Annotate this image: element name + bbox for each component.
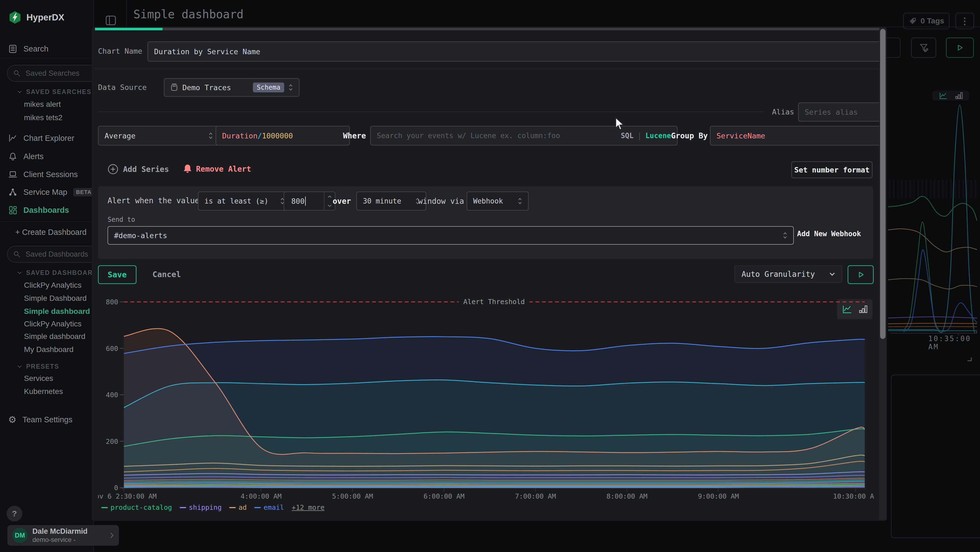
- bg-chart-type-toggle[interactable]: [932, 91, 969, 101]
- bar-chart-icon[interactable]: [955, 91, 963, 100]
- laptop-icon: [8, 170, 18, 179]
- beta-badge: BETA: [73, 188, 94, 196]
- logo[interactable]: HyperDX: [9, 11, 64, 24]
- presets-header[interactable]: PRESETS: [17, 362, 59, 371]
- bg-mini-chart: [887, 100, 980, 333]
- saved-dashboards-header[interactable]: SAVED DASHBOARDS: [17, 268, 103, 278]
- saved-dashboards-input[interactable]: Saved Dashboards: [7, 246, 99, 263]
- modal-top-bar-accent: [95, 28, 162, 30]
- mouse-cursor: [615, 117, 627, 131]
- chevron-down-icon: [17, 271, 22, 274]
- dashboard-item[interactable]: ClickPy Analytics: [24, 279, 82, 291]
- saved-search-item[interactable]: mikes tets2: [24, 112, 63, 123]
- sidebar-item-search[interactable]: Search: [8, 43, 48, 55]
- app-root: Simple dashboard 0 Tags ⋮ 10:35:00 AM: [0, 0, 980, 552]
- chevron-down-icon: [17, 90, 22, 93]
- plus-circle-icon: [107, 163, 119, 175]
- dashboards-icon: [8, 206, 18, 215]
- bg-chart-axis: [890, 333, 977, 333]
- header-divider: [126, 0, 127, 27]
- divider: [0, 221, 94, 222]
- bg-time-label: 10:35:00 AM: [928, 335, 980, 351]
- dashboard-item[interactable]: My Dashboard: [24, 344, 73, 355]
- gear-icon: ⚙: [8, 415, 16, 424]
- logo-text: HyperDX: [26, 12, 64, 22]
- service-map-icon: [8, 187, 18, 197]
- preset-item[interactable]: Kubernetes: [24, 386, 63, 397]
- sidebar-item-client-sessions[interactable]: Client Sessions: [8, 168, 78, 180]
- add-series-button[interactable]: Add Series: [107, 163, 169, 175]
- sidebar: HyperDX Search Saved Searches SAVED SEAR…: [0, 0, 94, 552]
- sidebar-item-dashboards[interactable]: Dashboards: [8, 204, 69, 216]
- avatar: DM: [12, 528, 27, 543]
- saved-searches-header[interactable]: SAVED SEARCHES: [17, 87, 91, 96]
- sidebar-collapse-button[interactable]: [105, 15, 117, 26]
- bg-panel: [891, 375, 980, 538]
- dashboard-item[interactable]: Simple Dashboard: [24, 293, 87, 304]
- search-icon: [13, 70, 21, 77]
- user-subtitle: demo-service -: [32, 536, 105, 544]
- line-chart-icon[interactable]: [939, 91, 948, 100]
- search-icon: [13, 250, 21, 258]
- run-query-button-bg[interactable]: [946, 38, 974, 58]
- saved-search-item[interactable]: mikes alert: [24, 99, 61, 110]
- scrollbar-thumb[interactable]: [880, 29, 886, 339]
- sidebar-item-service-map[interactable]: Service Map BETA: [8, 186, 94, 198]
- page-title: Simple dashboard: [134, 8, 243, 21]
- help-button[interactable]: ?: [6, 506, 22, 522]
- chevron-right-icon: [110, 532, 114, 539]
- filter-icon: [918, 42, 929, 53]
- sidebar-item-chart-explorer[interactable]: Chart Explorer: [8, 132, 74, 144]
- create-dashboard-button[interactable]: + Create Dashboard: [15, 226, 87, 238]
- chevron-down-icon: [17, 365, 22, 368]
- saved-searches-input[interactable]: Saved Searches: [7, 65, 99, 82]
- filter-button[interactable]: [911, 38, 936, 58]
- chart-explorer-icon: [8, 134, 18, 143]
- play-icon: [955, 43, 964, 52]
- sidebar-item-alerts[interactable]: Alerts: [8, 150, 43, 163]
- tag-icon: [909, 17, 917, 25]
- user-card[interactable]: DM Dale McDiarmid demo-service -: [7, 525, 119, 546]
- resize-handle-icon[interactable]: [966, 356, 972, 362]
- user-name: Dale McDiarmid: [32, 527, 105, 536]
- dashboard-item[interactable]: ClickPy Analytics: [24, 318, 82, 330]
- sidebar-item-team-settings[interactable]: ⚙ Team Settings: [8, 413, 72, 426]
- tags-button[interactable]: 0 Tags: [903, 13, 950, 29]
- dashboard-item[interactable]: Simple dashboard: [24, 331, 86, 342]
- kebab-menu-button[interactable]: ⋮: [956, 13, 974, 29]
- hyperdx-logo-icon: [9, 11, 21, 24]
- search-logs-icon: [8, 44, 18, 53]
- modal-top-bar-track: [95, 28, 883, 30]
- divider: [0, 58, 94, 58]
- dashboard-item-active[interactable]: Simple dashboard: [24, 306, 90, 317]
- preset-item[interactable]: Services: [24, 373, 53, 384]
- bell-icon: [8, 152, 18, 161]
- edit-chart-modal: [92, 27, 887, 521]
